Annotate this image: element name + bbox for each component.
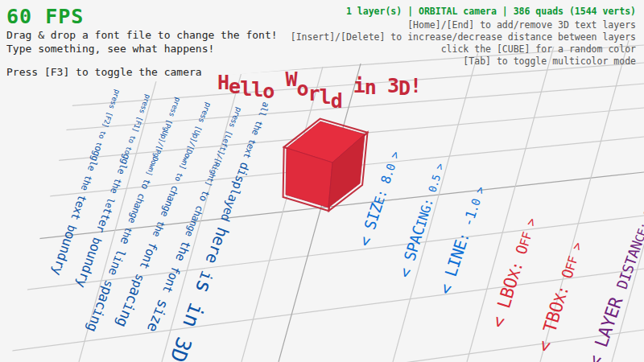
3d-text-demo-viewport: all the text displayed here is in 3Dpres… [0, 0, 644, 362]
wave-3d-text: Hello World in 3D! [217, 68, 421, 91]
wave-letter: o [262, 80, 274, 103]
wave-letter [274, 68, 285, 91]
render-status-line: 1 layer(s) | ORBITAL camera | 386 quads … [346, 6, 636, 17]
wave-letter: 3 [387, 74, 398, 97]
wave-letter: D [398, 76, 410, 100]
wave-letter: l [320, 85, 331, 109]
hint-multicolor: [Tab] to toggle multicolor mode [463, 56, 636, 67]
wave-letter: r [308, 82, 320, 105]
wave-letter [342, 68, 353, 91]
wave-letter: n [365, 76, 376, 99]
hint-camera: Press [F3] to toggle the camera [6, 66, 202, 78]
fps-counter: 60 FPS [6, 5, 84, 28]
wave-letter: ! [410, 74, 421, 97]
wave-letter: H [217, 71, 229, 94]
wave-letter: W [285, 68, 296, 91]
wave-letter: o [296, 77, 308, 101]
wave-letter: l [240, 77, 251, 101]
wave-letter: e [229, 75, 240, 98]
wave-letter: d [331, 89, 342, 113]
wave-letter: l [251, 78, 262, 101]
hint-cube-color: click the [CUBE] for a random color [441, 43, 636, 55]
hint-drop-font: Drag & drop a font file to change the fo… [6, 29, 278, 41]
wave-letter [376, 68, 387, 91]
hint-layers: [Home]/[End] to add/remove 3D text layer… [407, 19, 636, 31]
wave-letter: i [353, 74, 365, 97]
hint-distance: [Insert]/[Delete] to increase/decrease d… [291, 31, 636, 43]
hint-type: Type something, see what happens! [6, 43, 214, 55]
